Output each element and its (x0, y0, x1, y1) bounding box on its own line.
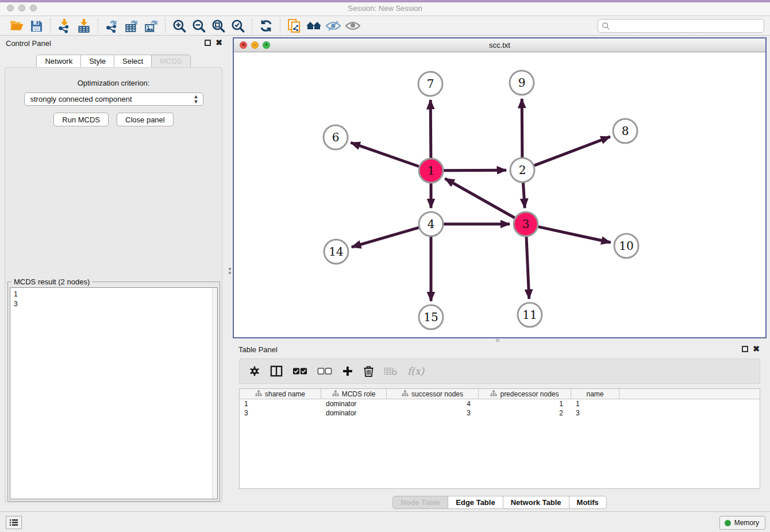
result-line: 3 (14, 299, 217, 309)
float-panel-icon[interactable] (742, 346, 748, 352)
graph-edge-3-11[interactable] (526, 237, 529, 299)
search-box[interactable] (598, 19, 764, 33)
graph-edge-3-10[interactable] (538, 227, 610, 242)
tab-select[interactable]: Select (114, 55, 151, 68)
column-header-name[interactable]: name (571, 389, 619, 399)
eye-slash-icon[interactable] (324, 17, 343, 34)
select-all-checkboxes-icon[interactable] (292, 367, 307, 375)
graph-node-label-11: 11 (522, 308, 537, 322)
close-panel-icon[interactable]: ✖ (753, 344, 760, 353)
graph-edge-3-1[interactable] (445, 179, 514, 218)
graph-edge-1-2[interactable] (444, 170, 506, 171)
cell-MCDS-role[interactable]: dominator (321, 408, 387, 418)
table-settings-gear-icon[interactable] (249, 365, 260, 377)
mcds-result-textarea[interactable]: 13 (10, 287, 218, 499)
delete-trash-icon[interactable] (363, 365, 374, 377)
import-table-icon[interactable] (74, 17, 94, 34)
zoom-fit-icon[interactable] (209, 17, 228, 34)
import-network-icon[interactable] (55, 17, 74, 34)
select-stepper-icon: ▲▼ (194, 94, 199, 105)
graph-edge-2-3[interactable] (523, 183, 525, 208)
cell-shared-name[interactable]: 3 (240, 408, 321, 418)
search-input[interactable] (613, 22, 764, 30)
cell-name[interactable]: 1 (571, 399, 619, 408)
deselect-checkboxes-icon[interactable] (317, 367, 332, 375)
split-columns-icon[interactable] (270, 365, 283, 377)
control-panel: Control Panel ✖ NetworkStyleSelectMCDS O… (0, 36, 227, 511)
graph-edge-2-9[interactable] (522, 99, 522, 157)
memory-status-dot (725, 520, 731, 526)
splitter-grip (229, 268, 231, 270)
table-scroll-strip[interactable] (239, 489, 760, 495)
network-canvas[interactable]: 7968124314101511 (234, 52, 765, 336)
tab-motifs[interactable]: Motifs (569, 496, 607, 509)
tab-network[interactable]: Network (36, 55, 80, 68)
task-history-button[interactable] (6, 516, 22, 529)
cell-name[interactable]: 3 (571, 408, 619, 418)
graph-edge-2-8[interactable] (534, 137, 610, 165)
window-title: Session: New Session (0, 4, 770, 13)
cell-predecessor-nodes[interactable]: 1 (479, 399, 571, 408)
cell-successor-nodes[interactable]: 3 (387, 408, 479, 418)
zoom-selected-icon[interactable] (228, 17, 248, 34)
open-file-icon[interactable] (7, 17, 26, 34)
control-panel-title: Control Panel (6, 39, 51, 48)
graph[interactable]: 7968124314101511 (234, 52, 765, 336)
zoom-in-icon[interactable] (170, 17, 189, 34)
titlebar: Session: New Session (0, 0, 770, 16)
column-header-filler (619, 389, 760, 399)
tab-node-table[interactable]: Node Table (392, 496, 448, 509)
export-image-icon[interactable] (141, 17, 161, 34)
export-table-icon[interactable] (122, 17, 141, 34)
node-table: shared nameMCDS rolesuccessor nodesprede… (239, 388, 760, 489)
vertical-splitter[interactable] (227, 36, 233, 511)
memory-button[interactable]: Memory (719, 516, 765, 530)
function-builder-icon-disabled: f(x) (407, 365, 424, 377)
cell-shared-name[interactable]: 1 (240, 399, 321, 408)
splitter-grip (229, 272, 231, 274)
zoom-out-icon[interactable] (189, 17, 209, 34)
graph-edge-1-7[interactable] (430, 100, 431, 158)
add-column-icon[interactable] (342, 365, 353, 377)
column-header-label: MCDS role (342, 390, 376, 398)
network-window-title: scc.txt (234, 41, 765, 49)
cell-successor-nodes[interactable]: 4 (387, 399, 479, 408)
result-line: 1 (14, 290, 217, 299)
network-window-titlebar[interactable]: ✕ – + scc.txt (234, 38, 765, 52)
cell-predecessor-nodes[interactable]: 2 (479, 408, 571, 418)
save-session-icon[interactable] (26, 17, 46, 34)
table-panel: Table Panel ✖ (233, 342, 767, 511)
home-icon[interactable] (304, 17, 324, 34)
tab-network-table[interactable]: Network Table (503, 496, 569, 509)
table-row[interactable]: 1dominator411 (240, 399, 760, 408)
column-header-shared-name[interactable]: shared name (240, 389, 321, 399)
graph-node-label-10: 10 (619, 239, 633, 253)
tab-mcds[interactable]: MCDS (151, 55, 190, 68)
refresh-layout-icon[interactable] (256, 17, 276, 34)
run-mcds-button[interactable]: Run MCDS (53, 113, 109, 126)
eye-icon[interactable] (343, 17, 363, 34)
column-header-predecessor-nodes[interactable]: predecessor nodes (479, 389, 571, 399)
graph-node-label-14: 14 (329, 245, 343, 259)
tab-edge-table[interactable]: Edge Table (448, 496, 503, 509)
column-type-icon (332, 390, 339, 398)
table-row[interactable]: 3dominator323 (240, 408, 760, 418)
application-window: Session: New Session (0, 0, 770, 532)
column-header-MCDS-role[interactable]: MCDS role (321, 389, 387, 399)
mcds-result-group: MCDS result (2 nodes) 13 (7, 282, 220, 502)
close-panel-button[interactable]: Close panel (117, 113, 174, 126)
cell-MCDS-role[interactable]: dominator (321, 399, 387, 408)
float-panel-icon[interactable] (205, 40, 211, 46)
graph-edge-1-6[interactable] (351, 142, 419, 167)
tab-style[interactable]: Style (80, 55, 114, 68)
column-type-icon (255, 390, 262, 398)
graph-edge-4-14[interactable] (352, 228, 419, 247)
graph-node-label-2: 2 (519, 163, 526, 177)
scrollbar[interactable] (212, 288, 217, 499)
export-network-icon[interactable] (102, 17, 122, 34)
close-panel-icon[interactable]: ✖ (215, 38, 222, 47)
column-header-successor-nodes[interactable]: successor nodes (387, 389, 479, 399)
clone-network-icon[interactable] (284, 17, 304, 34)
criterion-select[interactable]: strongly connected component ▲▼ (24, 92, 203, 106)
control-panel-tabs: NetworkStyleSelectMCDS (0, 55, 227, 68)
